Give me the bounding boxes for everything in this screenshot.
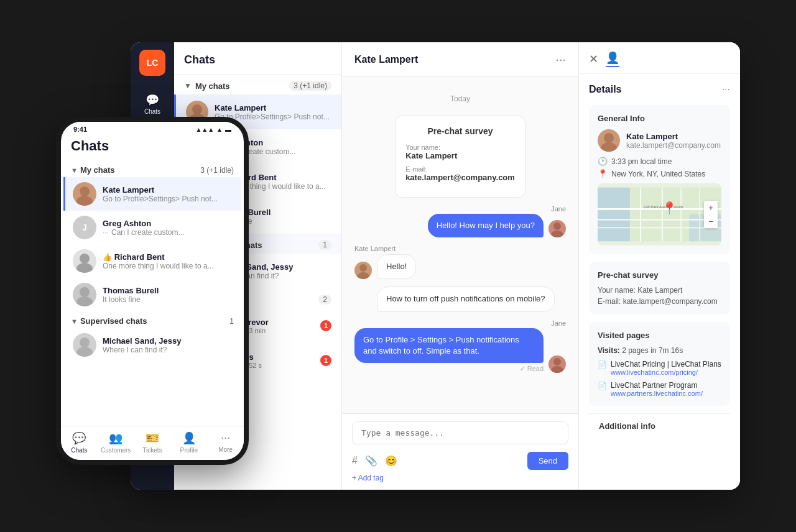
general-info-title: General Info [598, 114, 721, 123]
agent-name: Jane [354, 205, 566, 213]
attachment-icon[interactable]: 📎 [365, 455, 377, 467]
queued-chats-count: 2 [318, 295, 331, 305]
svg-point-13 [551, 231, 563, 237]
visitor-avatar [354, 262, 372, 279]
page-title: LiveChat Partner Program [611, 381, 703, 390]
avatar [73, 249, 96, 273]
details-more-icon[interactable]: ··· [722, 84, 730, 95]
person-icon[interactable]: 👤 [606, 51, 619, 67]
page-url[interactable]: www.partners.livechatinc.com/ [611, 390, 703, 397]
input-icons: # 📎 😊 [352, 455, 397, 467]
customers-nav-icon: 👥 [109, 431, 123, 445]
mobile-chat-item-richard[interactable]: 👍 Richard Bent One more thing I would li… [63, 244, 241, 278]
mobile-nav-more[interactable]: ··· More [207, 431, 244, 454]
message-row: How to turn off push notifications on mo… [354, 287, 566, 311]
message-input[interactable] [352, 421, 568, 444]
mobile-content: ▼ My chats 3 (+1 idle) Kate Lampert Go t… [61, 160, 244, 426]
chat-list-header: Chats [174, 42, 341, 75]
mobile-nav-profile[interactable]: 👤 Profile [170, 431, 207, 454]
close-icon[interactable]: ✕ [589, 52, 598, 66]
hashtag-icon[interactable]: # [352, 455, 358, 467]
mobile-nav-tickets[interactable]: 🎫 Tickets [134, 431, 171, 454]
avatar [73, 182, 96, 206]
page-icon: 📄 [598, 360, 607, 369]
location: New York, NY, United States [611, 170, 705, 178]
mobile-nav-customers[interactable]: 👥 Customers [98, 431, 134, 454]
details-title: Details [589, 84, 621, 95]
svg-point-16 [553, 358, 561, 365]
visited-pages-list: 📄 LiveChat Pricing | LiveChat Plans www.… [598, 360, 721, 397]
svg-point-17 [551, 366, 563, 373]
clock-icon: 🕐 [598, 157, 608, 166]
mobile-supervised-chats-header[interactable]: ▼ Supervised chats 1 [63, 311, 241, 328]
my-chats-section-header[interactable]: ▼ My chats 3 (+1 idle) [174, 75, 341, 94]
mobile-chat-item-greg[interactable]: J Greg Ashton ··· Can I create custom... [63, 211, 241, 244]
svg-point-33 [76, 196, 93, 206]
map-widget: 228 Park Avenue South 📍 + − [598, 183, 721, 245]
visited-pages-card: Visited pages Visits: 2 pages in 7m 16s … [589, 322, 730, 406]
message-row: Hello! [354, 254, 566, 279]
map-zoom-controls[interactable]: + − [704, 201, 718, 228]
mobile-chat-item-kate[interactable]: Kate Lampert Go to Profile>Settings> Pus… [63, 177, 241, 211]
message-bubble: Go to Profile > Settings > Push notifica… [354, 328, 544, 363]
svg-point-32 [80, 186, 90, 196]
chat-window: Kate Lampert ··· Today Pre-chat survey Y… [342, 42, 578, 490]
agent-name: Jane [354, 319, 566, 327]
mobile-my-chats-count: 3 (+1 idle) [200, 166, 234, 175]
agent-avatar [548, 220, 566, 237]
more-options-icon[interactable]: ··· [555, 52, 566, 66]
mobile-status-bar: 9:41 ▲▲▲ ▲ ▬ [61, 122, 244, 133]
survey-email-field: E-mail: kate.lampert@company.com [598, 297, 721, 306]
chat-name: 👍 Richard Bent [103, 252, 234, 262]
chat-info: Thomas Burell It looks fine [103, 286, 234, 304]
local-time: 3:33 pm local time [611, 157, 672, 166]
unread-badge: 1 [320, 320, 331, 331]
my-chats-count: 3 (+1 idle) [289, 81, 331, 91]
mobile-my-chats-header[interactable]: ▼ My chats 3 (+1 idle) [63, 160, 241, 177]
svg-point-18 [604, 133, 614, 143]
chat-name: Kate Lampert [103, 185, 234, 195]
message-row: Go to Profile > Settings > Push notifica… [354, 328, 566, 373]
svg-point-38 [80, 337, 90, 347]
chevron-icon: ▼ [71, 318, 78, 325]
mobile-chat-item-michael[interactable]: Michael Sand, Jessy Where I can find it? [63, 328, 241, 362]
chats-nav-icon: 💬 [72, 431, 86, 445]
message-read-status: ✓ Read [354, 365, 544, 373]
survey-title: Pre-chat survey [405, 126, 515, 136]
emoji-icon[interactable]: 😊 [385, 455, 397, 467]
chat-preview: Where I can find it? [103, 346, 234, 354]
send-button[interactable]: Send [527, 452, 568, 470]
survey-name-field: Your name: Kate Lampert [598, 286, 721, 295]
chat-input-area: # 📎 😊 Send + Add tag [342, 413, 578, 490]
chevron-down-icon: ▼ [184, 81, 192, 90]
svg-point-19 [601, 142, 617, 152]
mobile-header: Chats [61, 133, 244, 160]
wifi-icon: ▲ [216, 126, 223, 133]
survey-card: Pre-chat survey Your name: Kate Lampert … [395, 116, 525, 198]
mobile-time: 9:41 [73, 126, 87, 133]
list-item: 📄 LiveChat Pricing | LiveChat Plans www.… [598, 360, 721, 376]
survey-name-label: Your name: [405, 144, 515, 151]
mobile-nav-chats[interactable]: 💬 Chats [61, 431, 98, 454]
mobile-supervised-title: Supervised chats [80, 316, 229, 326]
message-bubble: How to turn off push notifications on mo… [377, 287, 555, 311]
chat-preview: It looks fine [103, 295, 234, 304]
visits-stat: Visits: 2 pages in 7m 16s [598, 346, 721, 355]
svg-point-14 [359, 264, 367, 272]
svg-point-15 [357, 272, 369, 279]
right-panel: ✕ 👤 Details ··· General Info K [578, 42, 740, 490]
page-url[interactable]: www.livechatinc.com/pricing/ [611, 369, 721, 376]
zoom-out-button[interactable]: − [704, 214, 718, 228]
chat-name: Kate Lampert [215, 103, 331, 112]
mobile-chat-item-thomas[interactable]: Thomas Burell It looks fine [63, 278, 241, 311]
signal-icon: ▲▲▲ [195, 126, 214, 133]
tickets-nav-icon: 🎫 [146, 431, 159, 445]
add-tag-button[interactable]: + Add tag [352, 470, 568, 482]
date-divider: Today [354, 94, 566, 103]
location-row: 📍 New York, NY, United States [598, 169, 721, 178]
zoom-in-button[interactable]: + [704, 201, 718, 214]
general-info-card: General Info Kate Lampert kate.lampert@c… [589, 105, 730, 254]
chat-name: Thomas Burell [103, 286, 234, 295]
chat-info: Greg Ashton ··· Can I create custom... [103, 219, 234, 237]
profile-nav-icon: 👤 [182, 431, 196, 445]
